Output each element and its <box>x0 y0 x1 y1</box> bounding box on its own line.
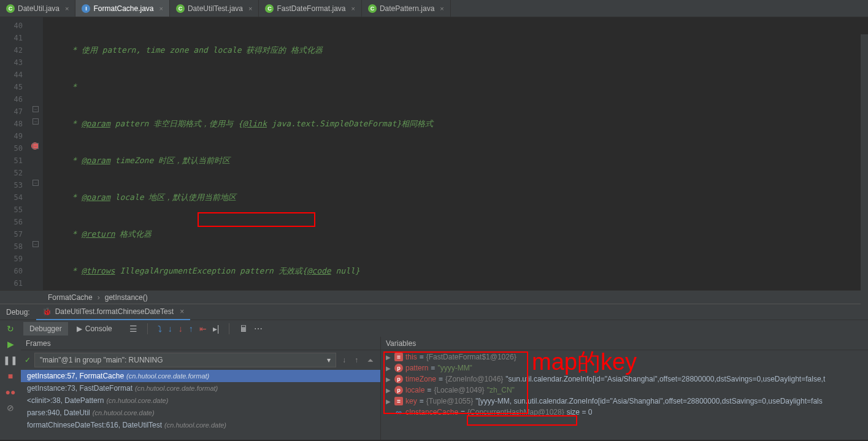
close-icon[interactable]: × <box>180 307 184 316</box>
expand-icon[interactable]: ▶ <box>386 398 392 405</box>
variable-item[interactable]: ▶p pattern = "yyyy-MM" <box>381 362 868 374</box>
rerun-icon[interactable]: ↻ <box>6 324 15 334</box>
line-numbers: 4041424344454647484950515253545556575859… <box>0 17 29 290</box>
close-icon[interactable]: × <box>248 5 252 12</box>
close-icon[interactable]: × <box>440 5 444 12</box>
close-icon[interactable]: × <box>65 5 69 12</box>
step-into-icon[interactable]: ↓ <box>168 324 172 334</box>
tab-label: FastDateFormat.java <box>277 4 345 13</box>
editor-tabs: CDateUtil.java× IFormatCache.java× CDate… <box>0 0 868 17</box>
field-icon: = <box>394 397 403 405</box>
force-step-into-icon[interactable]: ↓ <box>179 324 183 334</box>
drop-frame-icon[interactable]: ⇤ <box>199 324 207 334</box>
run-to-cursor-icon[interactable]: ▸| <box>213 324 220 334</box>
fold-icon[interactable]: – <box>33 241 39 247</box>
breadcrumb: FormatCache › getInstance() <box>0 290 868 304</box>
param-icon: p <box>394 386 403 394</box>
frame-item[interactable]: <clinit>:38, DatePattern (cn.hutool.core… <box>21 394 380 407</box>
tab-dateutil[interactable]: CDateUtil.java× <box>0 0 75 17</box>
debug-header: Debug: 🐞 DateUtilTest.formatChineseDateT… <box>0 304 868 320</box>
tab-formatcache[interactable]: IFormatCache.java× <box>75 0 169 17</box>
fold-icon[interactable]: – <box>33 106 39 112</box>
variables-header: Variables <box>381 337 868 350</box>
editor[interactable]: 4041424344454647484950515253545556575859… <box>0 17 868 290</box>
field-icon: = <box>394 353 403 361</box>
debug-run-config[interactable]: 🐞 DateUtilTest.formatChineseDateTest × <box>36 304 190 320</box>
thread-selector[interactable]: "main"@1 in group "main": RUNNING ▾ <box>34 353 336 367</box>
frame-item[interactable]: getInstance:73, FastDateFormat (cn.hutoo… <box>21 382 380 394</box>
frame-item[interactable]: parse:940, DateUtil (cn.hutool.core.date… <box>21 407 380 419</box>
variable-item[interactable]: ∞ cInstanceCache = {ConcurrentHashMap@10… <box>381 407 868 418</box>
expand-icon[interactable]: ▶ <box>386 365 392 372</box>
interface-icon: I <box>82 4 90 13</box>
console-tab[interactable]: ▶Console <box>71 322 118 336</box>
fold-icon[interactable]: – <box>33 143 39 149</box>
variables-panel: Variables ▶= this = {FastDateFormat$1@10… <box>381 337 868 440</box>
class-icon: C <box>176 4 185 13</box>
tab-label: DateUtilTest.java <box>188 4 243 13</box>
variable-item[interactable]: ▶p timeZone = {ZoneInfo@1046} "sun.util.… <box>381 374 868 385</box>
thread-label: "main"@1 in group "main": RUNNING <box>40 356 163 364</box>
debug-actions: ▶ ❚❚ ■ ●● ⊘ <box>0 337 21 440</box>
bug-icon: 🐞 <box>42 307 52 316</box>
close-icon[interactable]: × <box>159 5 163 12</box>
stop-icon[interactable]: ■ <box>6 371 15 381</box>
param-icon: p <box>394 375 403 383</box>
scrollbar[interactable] <box>861 34 868 307</box>
chevron-right-icon: › <box>98 293 100 302</box>
trace-icon[interactable]: ⋯ <box>254 324 263 334</box>
filter-icon[interactable]: ⏶ <box>364 355 377 366</box>
param-icon: p <box>394 364 403 372</box>
run-config-label: DateUtilTest.formatChineseDateTest <box>55 307 174 316</box>
resume-icon[interactable]: ▶ <box>6 339 15 349</box>
code-area[interactable]: * 使用 pattern, time zone and locale 获得对应的… <box>43 17 868 290</box>
fold-icon[interactable]: – <box>33 180 39 186</box>
gutter-marks: – – – – – <box>29 17 43 290</box>
chevron-down-icon: ▾ <box>327 356 331 364</box>
close-icon[interactable]: × <box>351 5 355 12</box>
tab-label: DateUtil.java <box>18 4 60 13</box>
step-out-icon[interactable]: ↑ <box>189 324 193 334</box>
evaluate-icon[interactable]: 🖩 <box>239 324 248 334</box>
debug-toolbar: ↻ Debugger ▶Console ☰ ⤵ ↓ ↓ ↑ ⇤ ▸| 🖩 ⋯ <box>0 320 868 337</box>
class-icon: C <box>265 4 274 13</box>
frame-list: getInstance:57, FormatCache (cn.hutool.c… <box>21 370 380 440</box>
tab-label: DatePattern.java <box>380 4 434 13</box>
frame-item[interactable]: getInstance:57, FormatCache (cn.hutool.c… <box>21 370 380 382</box>
breadcrumb-method[interactable]: getInstance() <box>105 293 148 302</box>
tab-dateutiltest[interactable]: CDateUtilTest.java× <box>170 0 259 17</box>
expand-icon[interactable]: ▶ <box>386 387 392 394</box>
frames-header: Frames <box>21 337 380 350</box>
debugger-tab[interactable]: Debugger <box>23 322 68 336</box>
tab-label: FormatCache.java <box>93 4 153 13</box>
variable-item[interactable]: ▶= key = {Tuple@1055} "[yyyy-MM, sun.uti… <box>381 396 868 407</box>
frames-panel: Frames ✓ "main"@1 in group "main": RUNNI… <box>21 337 381 440</box>
debug-panels: ▶ ❚❚ ■ ●● ⊘ Frames ✓ "main"@1 in group "… <box>0 337 868 440</box>
fold-icon[interactable]: – <box>33 118 39 125</box>
class-icon: C <box>6 4 15 13</box>
expand-icon[interactable]: ▶ <box>386 376 392 383</box>
step-over-icon[interactable]: ⤵ <box>158 324 162 334</box>
variable-list: ▶= this = {FastDateFormat$1@1026} ▶p pat… <box>381 350 868 440</box>
frame-item[interactable]: formatChineseDateTest:616, DateUtilTest … <box>21 419 380 431</box>
infinity-icon: ∞ <box>394 408 403 416</box>
expand-icon[interactable]: ▶ <box>386 354 392 361</box>
variable-item[interactable]: ▶= this = {FastDateFormat$1@1026} <box>381 351 868 362</box>
prev-frame-icon[interactable]: ↓ <box>340 355 348 366</box>
class-icon: C <box>368 4 377 13</box>
tab-datepattern[interactable]: CDatePattern.java× <box>362 0 451 17</box>
breakpoints-icon[interactable]: ●● <box>6 387 15 397</box>
mute-breakpoints-icon[interactable]: ⊘ <box>6 403 15 413</box>
variable-item[interactable]: ▶p locale = {Locale@1049} "zh_CN" <box>381 385 868 396</box>
annotation-box <box>198 212 315 227</box>
tab-fastdateformat[interactable]: CFastDateFormat.java× <box>259 0 361 17</box>
check-icon: ✓ <box>25 356 31 364</box>
pause-icon[interactable]: ❚❚ <box>6 355 15 365</box>
breadcrumb-class[interactable]: FormatCache <box>48 293 93 302</box>
debug-label: Debug: <box>0 308 36 316</box>
next-frame-icon[interactable]: ↑ <box>352 355 361 366</box>
threads-icon[interactable]: ☰ <box>129 324 137 334</box>
console-icon: ▶ <box>77 324 82 333</box>
